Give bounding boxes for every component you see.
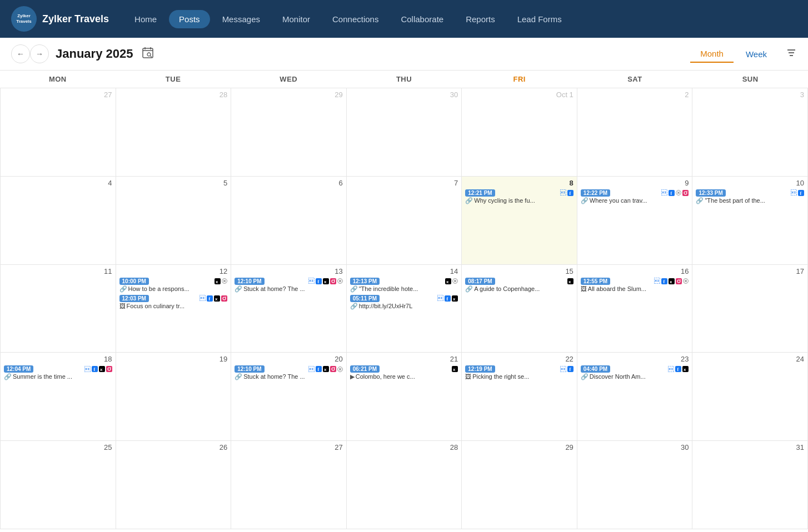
nav-posts[interactable]: Posts (169, 10, 210, 28)
calendar-cell[interactable]: 1012:33 PMf🔗"The best part of the... (692, 177, 808, 265)
calendar-cell[interactable]: 29 (462, 441, 577, 529)
cell-date: 18 (4, 355, 112, 363)
calendar-cell[interactable]: 31 (692, 441, 808, 529)
facebook-icon:  (560, 189, 566, 196)
post-item[interactable]: 12:03 PMfx🖼Focus on culinary tr... (119, 295, 228, 309)
next-month-button[interactable]: → (30, 44, 49, 63)
calendar-cell[interactable]: 912:22 PMf🔗Where you can trav... (577, 177, 693, 265)
nav-home[interactable]: Home (124, 10, 167, 28)
post-item[interactable]: 08:17 PMx🔗A guide to Copenhage... (465, 278, 573, 293)
post-time-badge: 04:40 PM (581, 365, 610, 373)
post-time-badge: 05:11 PM (350, 295, 380, 302)
calendar-cell[interactable]: 25 (1, 441, 116, 529)
calendar-cell[interactable]: 1508:17 PMx🔗A guide to Copenhage... (462, 265, 577, 353)
post-item[interactable]: 05:11 PMfx🔗http://bit.ly/2UxHr7L (350, 295, 458, 310)
cell-date: 22 (465, 355, 573, 363)
calendar-cell[interactable]: 29 (231, 88, 347, 177)
post-item[interactable]: 12:10 PMfx🔗Stuck at home? The ... (235, 365, 343, 380)
calendar-cell[interactable]: 28 (347, 441, 462, 529)
post-social-icons: x (445, 278, 458, 284)
cell-date: 31 (696, 443, 804, 451)
post-text: 🔗Why cycling is the fu... (465, 197, 573, 204)
post-item[interactable]: 12:55 PMfx🖼All aboard the Slum... (581, 278, 689, 292)
calendar-cell[interactable]: 28 (116, 88, 232, 177)
post-item[interactable]: 12:13 PMx🔗"The incredible hote... (350, 278, 458, 293)
calendar-cell[interactable]: 2 (577, 88, 693, 177)
calendar-cell[interactable]: 2212:19 PMf🖼Picking the right se... (462, 353, 577, 441)
calendar-cell[interactable]: 30 (347, 88, 462, 177)
calendar-cell[interactable]: 24 (692, 353, 808, 441)
calendar-cell[interactable]: 2304:40 PMfx🔗Discover North Am... (577, 353, 693, 441)
svg-text:x: x (453, 297, 456, 302)
calendar-cell[interactable]: 2012:10 PMfx🔗Stuck at home? The ... (231, 353, 347, 441)
calendar-cell[interactable]: 30 (577, 441, 693, 529)
filter-button[interactable] (786, 47, 797, 61)
calendar-cell[interactable]: 19 (116, 353, 232, 441)
calendar-search-icon[interactable] (142, 47, 154, 62)
calendar-cell[interactable]: 1312:10 PMfx🔗Stuck at home? The ... (231, 265, 347, 353)
calendar-cell[interactable]: 5 (116, 177, 232, 265)
post-time-row: 06:21 PMx (350, 365, 458, 373)
post-item[interactable]: 04:40 PMfx🔗Discover North Am... (581, 365, 689, 380)
cell-date: 9 (581, 179, 689, 187)
post-time-row: 05:11 PMfx (350, 295, 458, 302)
svg-text:f: f (317, 367, 319, 372)
post-text: 🔗Stuck at home? The ... (235, 285, 343, 293)
calendar-cell[interactable]: 17 (692, 265, 808, 353)
calendar-cell[interactable]: 1210:00 PMx🔗How to be a respons...12:03 … (116, 265, 232, 353)
post-item[interactable]: 12:22 PMf🔗Where you can trav... (581, 189, 689, 204)
nav-monitor[interactable]: Monitor (272, 10, 320, 28)
post-time-row: 12:21 PMf (465, 189, 573, 197)
calendar-cell[interactable]: 1812:04 PMfx🔗Summer is the time ... (1, 353, 116, 441)
day-sat: SAT (577, 71, 693, 88)
calendar-cell[interactable]: 3 (692, 88, 808, 177)
post-text: 🔗How to be a respons... (119, 285, 228, 293)
cell-date: 29 (465, 443, 573, 451)
calendar-header: ← → January 2025 Month Week (0, 38, 808, 71)
post-item[interactable]: 12:19 PMf🖼Picking the right se... (465, 365, 573, 380)
calendar-cell[interactable]: Oct 1 (462, 88, 577, 177)
post-item[interactable]: 10:00 PMx🔗How to be a respons... (119, 278, 228, 293)
post-time-row: 12:04 PMfx (4, 365, 112, 373)
post-text: ▶Colombo, here we c... (350, 373, 458, 380)
svg-rect-30 (221, 295, 227, 302)
calendar-cell[interactable]: 27 (231, 441, 347, 529)
facebook-icon:  (437, 295, 443, 302)
svg-text:f: f (671, 191, 672, 196)
nav-connections[interactable]: Connections (322, 10, 388, 28)
nav-lead-forms[interactable]: Lead Forms (507, 10, 572, 28)
nav-collaborate[interactable]: Collaborate (391, 10, 453, 28)
week-view-button[interactable]: Week (736, 46, 777, 62)
nav-reports[interactable]: Reports (456, 10, 505, 28)
nav-messages[interactable]: Messages (212, 10, 270, 28)
cell-date: 23 (581, 355, 689, 363)
calendar-cell[interactable]: 7 (347, 177, 462, 265)
calendar-cell[interactable]: 6 (231, 177, 347, 265)
post-social-icons: f (791, 189, 804, 196)
svg-text:x: x (324, 279, 327, 284)
svg-text:f: f (664, 279, 665, 284)
post-item[interactable]: 12:33 PMf🔗"The best part of the... (696, 189, 804, 204)
calendar-cell[interactable]: 812:21 PMf🔗Why cycling is the fu... (462, 177, 577, 265)
calendar-cell[interactable]: 2106:21 PMx▶Colombo, here we c... (347, 353, 462, 441)
calendar-cell[interactable]: 26 (116, 441, 232, 529)
svg-text:f: f (569, 367, 571, 372)
calendar-cell[interactable]: 1612:55 PMfx🖼All aboard the Slum... (577, 265, 693, 353)
month-view-button[interactable]: Month (690, 46, 734, 63)
post-item[interactable]: 12:21 PMf🔗Why cycling is the fu... (465, 189, 573, 204)
svg-line-5 (151, 56, 152, 57)
calendar-cell[interactable]: 1412:13 PMx🔗"The incredible hote...05:11… (347, 265, 462, 353)
post-item[interactable]: 12:04 PMfx🔗Summer is the time ... (4, 365, 112, 380)
post-text: 🖼Picking the right se... (465, 373, 573, 380)
post-social-icons: fx (654, 278, 689, 284)
calendar-cell[interactable]: 27 (1, 88, 116, 177)
svg-text:x: x (215, 297, 218, 302)
calendar-cell[interactable]: 11 (1, 265, 116, 353)
calendar-cell[interactable]: 4 (1, 177, 116, 265)
post-item[interactable]: 12:10 PMfx🔗Stuck at home? The ... (235, 278, 343, 293)
svg-text:f: f (447, 297, 448, 302)
post-item[interactable]: 06:21 PMx▶Colombo, here we c... (350, 365, 458, 380)
prev-month-button[interactable]: ← (11, 44, 30, 63)
post-text: 🖼Focus on culinary tr... (119, 303, 228, 309)
brand-logo[interactable]: ZylkerTravels Zylker Travels (11, 6, 109, 32)
